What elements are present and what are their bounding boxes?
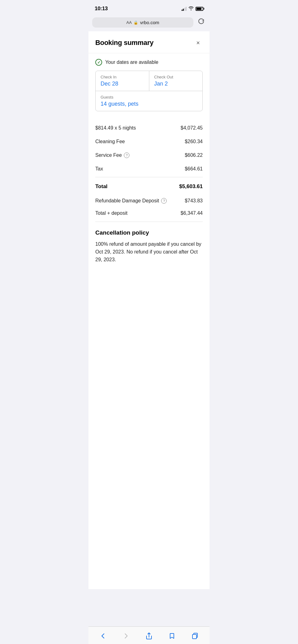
availability-notice: ✓ Your dates are available [88,53,210,71]
availability-text: Your dates are available [105,60,158,65]
date-guest-grid: Check In Dec 28 Check Out Jan 2 Guests 1… [95,71,203,111]
nightly-rate-label: $814.49 x 5 nights [95,125,136,131]
guests-row: Guests 14 guests, pets [96,91,202,111]
total-deposit-label: Total + deposit [95,210,128,216]
checkin-cell[interactable]: Check In Dec 28 [96,71,149,91]
total-row: Total $5,603.61 [95,179,203,195]
guests-label: Guests [101,95,197,99]
bookmarks-button[interactable] [164,630,180,642]
share-button[interactable] [141,630,157,642]
aa-label[interactable]: AA [126,20,132,25]
status-icons [182,6,204,11]
checkout-cell[interactable]: Check Out Jan 2 [149,71,203,91]
bottom-nav [88,626,210,644]
total-label: Total [95,183,107,190]
cleaning-fee-row: Cleaning Fee $260.34 [95,135,203,148]
nightly-rate-row: $814.49 x 5 nights $4,072.45 [95,121,203,135]
cleaning-fee-label: Cleaning Fee [95,139,125,144]
service-fee-row: Service Fee ? $606.22 [95,148,203,162]
cancellation-section: Cancellation policy 100% refund of amoun… [88,222,210,273]
deposit-row: Refundable Damage Deposit ? $743.83 [95,195,203,207]
total-deposit-amount: $6,347.44 [181,210,203,216]
forward-button[interactable] [118,630,134,642]
nightly-rate-amount: $4,072.45 [181,125,203,131]
cancellation-title: Cancellation policy [95,229,203,236]
tax-row: Tax $664.61 [95,162,203,176]
checkin-label: Check In [101,75,144,79]
service-fee-amount: $606.22 [185,152,203,158]
main-content: Booking summary × ✓ Your dates are avail… [88,31,210,589]
checkout-label: Check Out [154,75,198,79]
lock-icon: 🔒 [133,20,138,25]
cleaning-fee-amount: $260.34 [185,139,203,144]
page-title: Booking summary [95,39,153,47]
checkout-value: Jan 2 [154,81,198,87]
total-deposit-row: Total + deposit $6,347.44 [95,207,203,220]
checkin-checkout-row: Check In Dec 28 Check Out Jan 2 [96,71,202,91]
checkin-value: Dec 28 [101,81,144,87]
wifi-icon [188,6,194,11]
url-text[interactable]: vrbo.com [140,20,159,25]
cancellation-text: 100% refund of amount payable if you can… [95,240,203,263]
browser-bar: AA 🔒 vrbo.com [88,15,210,31]
guests-cell[interactable]: Guests 14 guests, pets [96,91,202,111]
signal-bars-icon [182,7,187,11]
tax-label: Tax [95,166,103,172]
service-fee-help-icon[interactable]: ? [124,152,129,158]
status-bar: 10:13 [88,0,210,15]
close-button[interactable]: × [193,38,203,47]
reload-button[interactable] [196,18,206,27]
guests-value: 14 guests, pets [101,101,197,107]
tabs-button[interactable] [187,630,203,642]
total-amount: $5,603.61 [179,183,203,190]
url-bar[interactable]: AA 🔒 vrbo.com [92,17,193,28]
back-button[interactable] [95,630,111,642]
svg-rect-0 [192,634,196,639]
deposit-help-icon[interactable]: ? [161,198,167,204]
deposit-label: Refundable Damage Deposit ? [95,198,167,204]
deposit-amount: $743.83 [185,198,203,204]
battery-icon [196,7,203,11]
tax-amount: $664.61 [185,166,203,172]
status-time: 10:13 [95,6,108,12]
service-fee-label: Service Fee ? [95,152,129,158]
total-divider [95,177,203,177]
check-circle-icon: ✓ [95,59,102,66]
booking-header: Booking summary × [88,31,210,53]
fee-section: $814.49 x 5 nights $4,072.45 Cleaning Fe… [88,117,210,222]
